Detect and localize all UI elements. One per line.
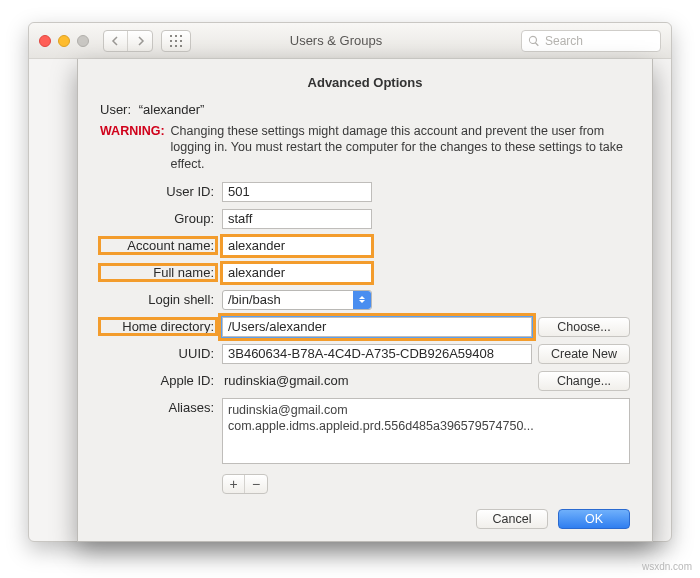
warning-row: WARNING: Changing these settings might d… <box>100 123 630 172</box>
svg-rect-1 <box>175 35 177 37</box>
svg-rect-5 <box>180 40 182 42</box>
uuid-label: UUID: <box>100 346 216 361</box>
user-id-label: User ID: <box>100 184 216 199</box>
choose-button[interactable]: Choose... <box>538 317 630 337</box>
group-field[interactable] <box>222 209 372 229</box>
svg-rect-4 <box>175 40 177 42</box>
zoom-icon[interactable] <box>77 35 89 47</box>
remove-alias-button[interactable]: − <box>245 475 267 493</box>
search-placeholder: Search <box>545 34 583 48</box>
change-button[interactable]: Change... <box>538 371 630 391</box>
full-name-label: Full name: <box>100 265 216 280</box>
apple-id-label: Apple ID: <box>100 373 216 388</box>
home-dir-field[interactable] <box>222 317 532 337</box>
window-controls <box>39 35 89 47</box>
grid-icon[interactable] <box>161 30 191 52</box>
home-dir-label: Home directory: <box>100 319 216 334</box>
create-new-button[interactable]: Create New <box>538 344 630 364</box>
uuid-field[interactable] <box>222 344 532 364</box>
advanced-options-sheet: Advanced Options User: “alexander” WARNI… <box>77 59 653 542</box>
login-shell-value: /bin/bash <box>228 292 281 307</box>
svg-rect-2 <box>180 35 182 37</box>
add-alias-button[interactable]: + <box>223 475 245 493</box>
search-icon <box>528 35 540 47</box>
svg-rect-7 <box>175 45 177 47</box>
form-grid: User ID: Group: Account name: Full name:… <box>100 182 630 494</box>
login-shell-label: Login shell: <box>100 292 216 307</box>
nav-back-forward[interactable] <box>103 30 153 52</box>
search-input[interactable]: Search <box>521 30 661 52</box>
sheet-title: Advanced Options <box>100 75 630 90</box>
select-arrows-icon <box>353 291 371 309</box>
aliases-field[interactable] <box>222 398 630 464</box>
account-name-label: Account name: <box>100 238 216 253</box>
user-line: User: “alexander” <box>100 102 630 117</box>
svg-rect-0 <box>170 35 172 37</box>
ok-button[interactable]: OK <box>558 509 630 529</box>
window-title: Users & Groups <box>199 33 513 48</box>
login-shell-select[interactable]: /bin/bash <box>222 290 372 310</box>
credit-text: wsxdn.com <box>642 561 692 572</box>
aliases-label: Aliases: <box>100 398 216 415</box>
cancel-button[interactable]: Cancel <box>476 509 548 529</box>
warning-text: Changing these settings might damage thi… <box>171 123 630 172</box>
full-name-field[interactable] <box>222 263 372 283</box>
svg-rect-3 <box>170 40 172 42</box>
warning-label: WARNING: <box>100 123 165 172</box>
user-id-field[interactable] <box>222 182 372 202</box>
close-icon[interactable] <box>39 35 51 47</box>
group-label: Group: <box>100 211 216 226</box>
sheet-footer: Cancel OK <box>476 509 630 529</box>
svg-rect-6 <box>170 45 172 47</box>
add-remove-alias: + − <box>222 474 268 494</box>
apple-id-value: rudinskia@gmail.com <box>222 371 532 390</box>
user-value: “alexander” <box>139 102 205 117</box>
user-label: User: <box>100 102 131 117</box>
preferences-window: Users & Groups Search Advanced Options U… <box>28 22 672 542</box>
chevron-right-icon[interactable] <box>128 31 152 51</box>
titlebar: Users & Groups Search <box>29 23 671 59</box>
svg-rect-8 <box>180 45 182 47</box>
minimize-icon[interactable] <box>58 35 70 47</box>
account-name-field[interactable] <box>222 236 372 256</box>
chevron-left-icon[interactable] <box>104 31 128 51</box>
